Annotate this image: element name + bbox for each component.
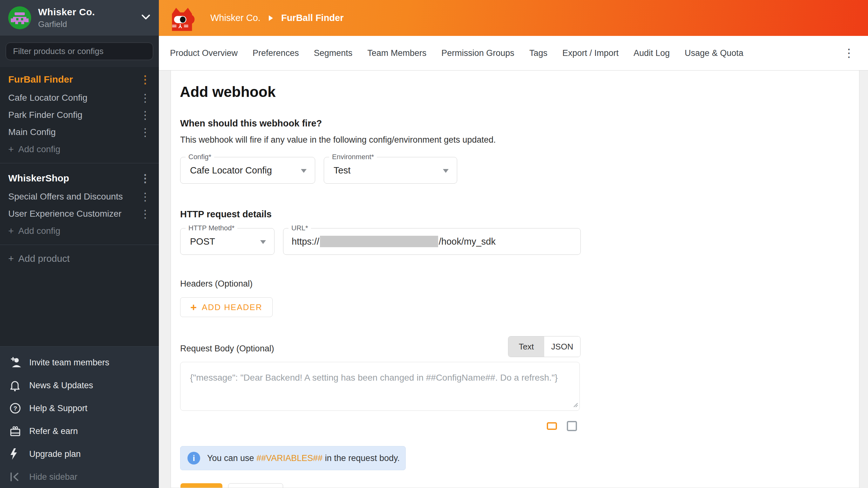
tab-usage-quota[interactable]: Usage & Quota xyxy=(685,48,743,58)
divider xyxy=(0,245,159,245)
content-area: Add webhook When should this webhook fir… xyxy=(159,70,868,488)
kebab-menu-icon[interactable]: ⋮ xyxy=(140,191,151,202)
breadcrumb: Whisker Co. FurBall Finder xyxy=(210,13,344,23)
request-body-label: Request Body (Optional) xyxy=(180,344,274,354)
plus-icon: + xyxy=(8,144,14,155)
plus-icon: + xyxy=(8,225,14,236)
variables-link[interactable]: ##VARIABLES## xyxy=(256,453,322,463)
product-config-list: FurBall Finder ⋮ Cafe Locator Config ⋮ P… xyxy=(0,67,159,267)
redacted-url-segment xyxy=(320,236,438,247)
body-mode-toggle: Text JSON xyxy=(508,336,581,357)
url-value: https:// /hook/my_sdk xyxy=(292,236,496,247)
secondary-action-button[interactable] xyxy=(228,483,283,488)
headers-label: Headers (Optional) xyxy=(180,279,253,289)
sidebar-config-ux-customizer[interactable]: User Experience Customizer ⋮ xyxy=(0,205,159,222)
add-header-button[interactable]: + ADD HEADER xyxy=(180,297,273,317)
add-webhook-card: Add webhook When should this webhook fir… xyxy=(170,70,860,488)
info-note: i You can use ##VARIABLES## in the reque… xyxy=(180,446,406,470)
body-mode-text-button[interactable]: Text xyxy=(508,336,544,357)
environment-select-value: Test xyxy=(334,165,350,176)
tab-permission-groups[interactable]: Permission Groups xyxy=(441,48,515,58)
kebab-menu-icon[interactable]: ⋮ xyxy=(140,127,151,138)
kebab-menu-icon[interactable]: ⋮ xyxy=(140,208,151,219)
tab-audit-log[interactable]: Audit Log xyxy=(633,48,670,58)
upgrade-plan-button[interactable]: Upgrade plan xyxy=(0,443,159,465)
help-support-button[interactable]: ? Help & Support xyxy=(0,397,159,420)
environment-select[interactable]: Environment* Test xyxy=(324,157,457,184)
fire-section-heading: When should this webhook fire? xyxy=(180,118,322,129)
sidebar-bottom-menu: Invite team members News & Updates ? Hel… xyxy=(0,346,159,488)
divider xyxy=(0,163,159,163)
hide-sidebar-button[interactable]: Hide sidebar xyxy=(0,465,159,488)
breadcrumb-arrow-icon xyxy=(269,15,273,21)
sidebar-filter xyxy=(0,36,159,67)
primary-action-button[interactable] xyxy=(181,483,222,488)
config-select-label: Config* xyxy=(186,153,214,161)
tab-tags[interactable]: Tags xyxy=(529,48,548,58)
editor-size-large-icon[interactable] xyxy=(567,421,577,431)
filter-input[interactable] xyxy=(6,42,153,60)
top-header: Whisker Co. FurBall Finder xyxy=(159,0,868,36)
environment-select-label: Environment* xyxy=(329,153,377,161)
config-select[interactable]: Config* Cafe Locator Config xyxy=(180,157,315,184)
invite-team-members-button[interactable]: Invite team members xyxy=(0,351,159,374)
dropdown-caret-icon xyxy=(443,169,448,173)
request-body-textarea[interactable] xyxy=(180,362,580,411)
help-icon: ? xyxy=(9,402,24,414)
org-switcher[interactable]: Whisker Co. Garfield xyxy=(0,0,159,36)
add-product-button[interactable]: + Add product xyxy=(0,250,159,267)
org-avatar xyxy=(8,6,31,29)
url-input[interactable]: URL* https:// /hook/my_sdk xyxy=(283,228,581,255)
sidebar-config-park-finder[interactable]: Park Finder Config ⋮ xyxy=(0,106,159,124)
kebab-menu-icon[interactable]: ⋮ xyxy=(140,92,151,103)
chevron-down-icon xyxy=(141,14,151,22)
body-mode-json-button[interactable]: JSON xyxy=(544,336,580,357)
svg-text:?: ? xyxy=(13,405,17,412)
breadcrumb-org[interactable]: Whisker Co. xyxy=(210,13,260,23)
page-title: Add webhook xyxy=(180,83,276,100)
sidebar: Whisker Co. Garfield FurBall Finder ⋮ Ca… xyxy=(0,0,159,488)
refer-earn-button[interactable]: Refer & earn xyxy=(0,420,159,443)
tab-segments[interactable]: Segments xyxy=(314,48,353,58)
product-navbar: Product Overview Preferences Segments Te… xyxy=(159,36,868,70)
breadcrumb-product[interactable]: FurBall Finder xyxy=(281,13,344,23)
tab-team-members[interactable]: Team Members xyxy=(367,48,426,58)
sidebar-config-special-offers[interactable]: Special Offers and Discounts ⋮ xyxy=(0,188,159,205)
kebab-menu-icon[interactable]: ⋮ xyxy=(140,173,151,184)
org-name: Whisker Co. xyxy=(38,7,95,18)
dropdown-caret-icon xyxy=(301,169,307,173)
gift-icon xyxy=(9,425,24,437)
http-section-heading: HTTP request details xyxy=(180,209,272,219)
dropdown-caret-icon xyxy=(260,240,266,244)
kebab-menu-icon[interactable]: ⋮ xyxy=(140,74,151,85)
fire-section-description: This webhook will fire if any value in t… xyxy=(180,135,496,145)
editor-size-small-icon[interactable] xyxy=(547,422,557,430)
bolt-icon xyxy=(9,448,24,460)
info-icon: i xyxy=(187,452,200,464)
kebab-menu-icon[interactable]: ⋮ xyxy=(140,110,151,120)
tab-preferences[interactable]: Preferences xyxy=(253,48,299,58)
sidebar-product-furball-finder[interactable]: FurBall Finder ⋮ xyxy=(0,69,159,89)
collapse-icon xyxy=(9,471,24,483)
bell-icon xyxy=(9,380,24,391)
config-select-value: Cafe Locator Config xyxy=(190,165,272,176)
cat-logo xyxy=(168,5,195,33)
http-method-label: HTTP Method* xyxy=(186,224,237,232)
url-label: URL* xyxy=(288,224,311,232)
http-method-value: POST xyxy=(190,236,215,247)
plus-icon: + xyxy=(190,302,197,313)
plus-icon: + xyxy=(8,253,14,264)
sidebar-config-main[interactable]: Main Config ⋮ xyxy=(0,124,159,141)
navbar-overflow-menu-icon[interactable]: ⋮ xyxy=(843,47,855,59)
person-add-icon xyxy=(9,357,24,368)
add-config-button[interactable]: + Add config xyxy=(0,222,159,240)
sidebar-product-whiskershop[interactable]: WhiskerShop ⋮ xyxy=(0,169,159,188)
tab-export-import[interactable]: Export / Import xyxy=(562,48,619,58)
tab-product-overview[interactable]: Product Overview xyxy=(170,48,238,58)
news-updates-button[interactable]: News & Updates xyxy=(0,374,159,397)
org-subtitle: Garfield xyxy=(38,20,95,29)
sidebar-config-cafe-locator[interactable]: Cafe Locator Config ⋮ xyxy=(0,89,159,106)
http-method-select[interactable]: HTTP Method* POST xyxy=(180,228,275,255)
add-config-button[interactable]: + Add config xyxy=(0,141,159,158)
